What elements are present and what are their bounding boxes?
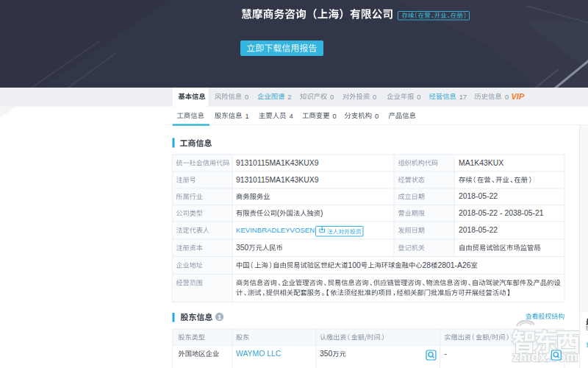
svg-text:17: 17 bbox=[459, 93, 467, 101]
svg-text:-: - bbox=[445, 350, 447, 358]
svg-text:(: ( bbox=[277, 209, 280, 217]
svg-text:): ) bbox=[320, 209, 323, 217]
svg-text:0: 0 bbox=[373, 93, 376, 101]
svg-text:0: 0 bbox=[245, 93, 248, 101]
svg-text:350: 350 bbox=[236, 244, 249, 252]
svg-text:28: 28 bbox=[423, 261, 431, 269]
svg-text:1: 1 bbox=[245, 112, 248, 120]
svg-text:4: 4 bbox=[289, 112, 293, 120]
svg-text:0: 0 bbox=[330, 93, 334, 101]
svg-text:0: 0 bbox=[375, 112, 379, 120]
svg-text:350: 350 bbox=[320, 350, 333, 358]
svg-text:2: 2 bbox=[287, 93, 291, 101]
svg-text:0: 0 bbox=[332, 112, 336, 120]
svg-text:2018-05-22: 2018-05-22 bbox=[459, 226, 498, 234]
svg-text:91310115MA1K43KUX9: 91310115MA1K43KUX9 bbox=[236, 159, 319, 167]
svg-text:2801-A26: 2801-A26 bbox=[437, 261, 470, 269]
svg-text:VIP: VIP bbox=[512, 92, 525, 101]
svg-text:1: 1 bbox=[218, 314, 221, 321]
svg-text:MA1K43KUX: MA1K43KUX bbox=[459, 159, 503, 167]
svg-text:2018-05-22: 2018-05-22 bbox=[459, 192, 498, 200]
svg-text:2018-05-22 - 2038-05-21: 2018-05-22 - 2038-05-21 bbox=[459, 209, 544, 217]
svg-text:WAYMO LLC: WAYMO LLC bbox=[236, 350, 282, 358]
svg-text:91310115MA1K43KUX9: 91310115MA1K43KUX9 bbox=[236, 176, 319, 184]
svg-text:0: 0 bbox=[417, 93, 420, 101]
svg-text:100: 100 bbox=[348, 261, 362, 269]
svg-text:KEVINBRADLEYVOSEN: KEVINBRADLEYVOSEN bbox=[236, 226, 315, 234]
svg-text:zhidx.com: zhidx.com bbox=[512, 350, 578, 364]
svg-text:0: 0 bbox=[505, 93, 509, 101]
